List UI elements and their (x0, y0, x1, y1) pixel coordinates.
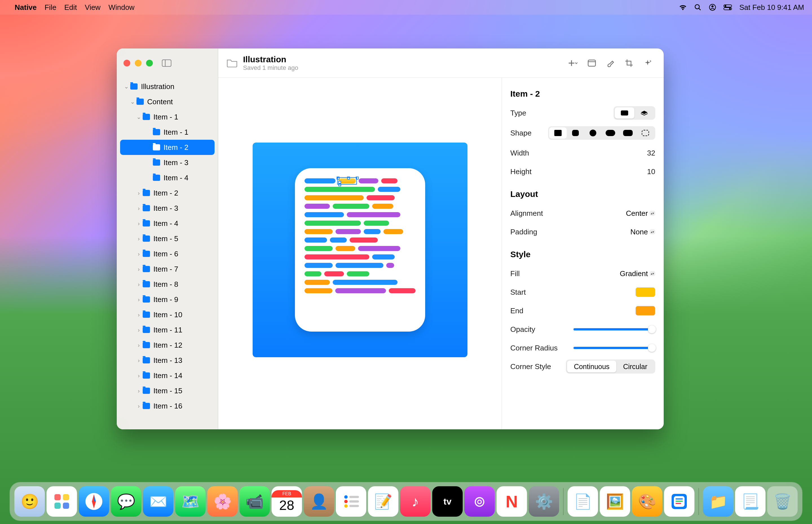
frame-button[interactable] (584, 55, 600, 71)
code-segment[interactable] (304, 229, 333, 234)
code-segment[interactable] (381, 178, 398, 183)
alignment-popup[interactable]: Center▴▾ (626, 209, 655, 218)
code-segment[interactable] (335, 263, 383, 268)
dock-textedit[interactable]: 📄 (568, 486, 598, 517)
dock-tv[interactable]: tv (432, 486, 463, 517)
disclosure-chevron-icon[interactable]: › (135, 281, 143, 288)
tree-row[interactable]: ›Item - 5 (120, 231, 214, 246)
dock-maps[interactable]: 🗺️ (175, 486, 206, 517)
dock-safari[interactable] (79, 486, 109, 517)
disclosure-chevron-icon[interactable]: › (135, 312, 143, 318)
code-segment[interactable] (372, 204, 393, 209)
dock-trash[interactable]: 🗑️ (767, 486, 798, 517)
tree-row[interactable]: Item - 2 (120, 140, 214, 155)
tree-row[interactable]: ›Item - 9 (120, 292, 214, 307)
end-swatch[interactable] (636, 306, 655, 315)
code-segment[interactable] (359, 178, 378, 183)
sidebar-toggle-icon[interactable] (162, 60, 172, 67)
type-segmented[interactable] (614, 106, 655, 120)
code-segment[interactable] (372, 255, 395, 260)
shape-rect[interactable] (549, 127, 567, 138)
dock-settings[interactable]: ⚙️ (529, 486, 559, 517)
disclosure-chevron-icon[interactable]: ⌄ (122, 83, 130, 90)
disclosure-chevron-icon[interactable]: › (135, 342, 143, 348)
code-segment[interactable] (304, 220, 361, 226)
code-segment[interactable] (304, 271, 321, 276)
code-segment[interactable] (378, 187, 400, 192)
close-button[interactable] (124, 60, 130, 66)
crop-button[interactable] (621, 55, 637, 71)
code-segment[interactable] (304, 288, 333, 293)
spotlight-icon[interactable] (694, 4, 701, 11)
code-segment[interactable] (304, 212, 344, 217)
code-segment[interactable] (364, 229, 381, 234)
tree-row[interactable]: ›Item - 10 (120, 307, 214, 322)
code-segment[interactable] (358, 246, 400, 251)
wifi-icon[interactable] (679, 4, 687, 11)
code-segment[interactable] (304, 280, 330, 285)
dock-downloads[interactable]: 📁 (703, 486, 733, 517)
code-segment[interactable] (333, 204, 369, 209)
tree-row[interactable]: ›Item - 6 (120, 246, 214, 261)
corner-style-segmented[interactable]: Continuous Circular (566, 359, 655, 374)
disclosure-chevron-icon[interactable]: › (135, 357, 143, 364)
user-icon[interactable] (709, 4, 716, 11)
menu-view[interactable]: View (85, 3, 101, 12)
code-segment[interactable] (386, 263, 394, 268)
code-segment[interactable] (304, 263, 333, 268)
tree-row[interactable]: ›Item - 7 (120, 261, 214, 277)
shape-capsule[interactable] (602, 127, 619, 138)
tree-row[interactable]: ›Item - 3 (120, 201, 214, 216)
type-stack[interactable] (634, 107, 654, 119)
dock-calendar[interactable]: FEB28 (271, 486, 302, 517)
menu-window[interactable]: Window (109, 3, 134, 12)
tree-row[interactable]: ›Item - 15 (120, 383, 214, 398)
tree-row[interactable]: ⌄Illustration (120, 79, 214, 94)
code-segment[interactable] (304, 246, 333, 251)
code-segment[interactable] (304, 178, 335, 183)
brush-button[interactable] (603, 55, 618, 71)
dock-mail[interactable]: ✉️ (143, 486, 173, 517)
dock-finder[interactable]: 🙂 (14, 486, 45, 517)
code-segment[interactable] (338, 178, 356, 183)
code-segment[interactable] (333, 280, 398, 285)
add-button[interactable] (566, 55, 581, 71)
disclosure-chevron-icon[interactable]: › (135, 220, 143, 227)
menu-edit[interactable]: Edit (64, 3, 77, 12)
cs-continuous[interactable]: Continuous (567, 361, 616, 373)
tree-row[interactable]: Item - 3 (120, 155, 214, 170)
tree-row[interactable]: ›Item - 8 (120, 277, 214, 292)
code-segment[interactable] (347, 212, 400, 217)
dock-recent-doc[interactable]: 📃 (735, 486, 765, 517)
code-segment[interactable] (389, 288, 416, 293)
dock-podcasts[interactable]: ⊚ (464, 486, 495, 517)
shape-oval[interactable] (619, 127, 637, 138)
control-center-icon[interactable] (723, 4, 732, 11)
disclosure-chevron-icon[interactable]: › (135, 373, 143, 379)
tree-row[interactable]: ›Item - 2 (120, 185, 214, 201)
disclosure-chevron-icon[interactable]: › (135, 190, 143, 196)
tree-row[interactable]: ⌄Item - 1 (120, 109, 214, 125)
code-segment[interactable] (335, 246, 355, 251)
code-segment[interactable] (364, 220, 389, 226)
tree-row[interactable]: ›Item - 12 (120, 338, 214, 353)
disclosure-chevron-icon[interactable]: › (135, 205, 143, 212)
tree-row[interactable]: ›Item - 11 (120, 322, 214, 338)
shape-circle[interactable] (584, 127, 602, 138)
code-segment[interactable] (330, 238, 347, 243)
code-segment[interactable] (304, 204, 330, 209)
dock-contacts[interactable]: 👤 (304, 486, 334, 517)
shape-segmented[interactable] (548, 126, 655, 140)
tree-row[interactable]: ›Item - 16 (120, 398, 214, 413)
dock-launchpad[interactable] (47, 486, 77, 517)
dock-news[interactable]: N (496, 486, 527, 517)
fill-popup[interactable]: Gradient▴▾ (620, 269, 655, 278)
disclosure-chevron-icon[interactable]: › (135, 235, 143, 242)
code-segment[interactable] (350, 238, 378, 243)
disclosure-chevron-icon[interactable]: › (135, 403, 143, 409)
menubar-clock[interactable]: Sat Feb 10 9:41 AM (739, 3, 804, 12)
tree-row[interactable]: ›Item - 4 (120, 216, 214, 231)
dock-notes[interactable]: 📝 (368, 486, 398, 517)
canvas[interactable] (218, 78, 501, 429)
code-segment[interactable] (367, 195, 395, 200)
